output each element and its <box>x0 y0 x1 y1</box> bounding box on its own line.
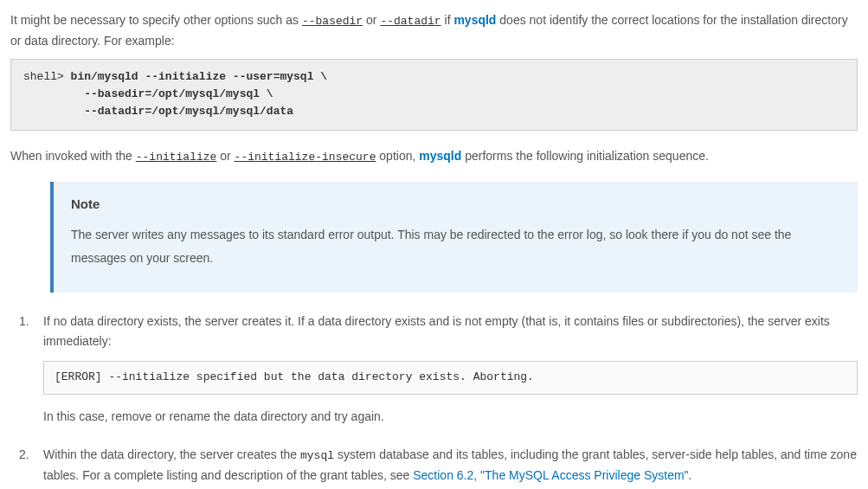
code-block-example: shell> bin/mysqld --initialize --user=my… <box>10 59 858 130</box>
step-text: In this case, remove or rename the data … <box>43 407 858 428</box>
option-initialize-insecure-link[interactable]: --initialize-insecure <box>235 151 376 164</box>
text: performs the following initialization se… <box>461 149 709 163</box>
intro-text: if <box>441 13 454 27</box>
shell-prompt: shell> <box>23 70 71 83</box>
error-code-block: [ERROR] --initialize specified but the d… <box>43 361 858 395</box>
code-line: --datadir=/opt/mysql/mysql/data <box>23 105 293 118</box>
code-line: bin/mysqld --initialize --user=mysql \ <box>71 70 327 83</box>
text: When invoked with the <box>10 149 136 163</box>
intro-paragraph: It might be necessary to specify other o… <box>10 10 858 50</box>
step-text: If no data directory exists, the server … <box>43 312 858 353</box>
step-text: Within the data directory, the server cr… <box>43 445 858 486</box>
option-initialize-link[interactable]: --initialize <box>136 151 217 164</box>
note-box: Note The server writes any messages to i… <box>50 182 858 292</box>
note-title: Note <box>71 194 840 215</box>
option-basedir-link[interactable]: --basedir <box>302 15 363 28</box>
initialization-steps: 1. If no data directory exists, the serv… <box>10 312 858 489</box>
after-code-paragraph: When invoked with the --initialize or --… <box>10 146 858 167</box>
text: or <box>216 149 234 163</box>
mysqld-link[interactable]: mysqld <box>453 13 496 27</box>
step-number: 2. <box>19 445 29 464</box>
note-body: The server writes any messages to its st… <box>71 223 840 269</box>
text: option, <box>376 149 419 163</box>
mysql-code: mysql <box>300 449 334 462</box>
text: . <box>689 468 692 482</box>
step-number: 1. <box>19 312 29 331</box>
option-datadir-link[interactable]: --datadir <box>380 15 440 28</box>
code-line: --basedir=/opt/mysql/mysql \ <box>23 87 273 100</box>
mysqld-link[interactable]: mysqld <box>419 149 461 163</box>
section-link[interactable]: Section 6.2, "The MySQL Access Privilege… <box>413 468 688 482</box>
intro-text: or <box>363 13 380 27</box>
intro-text: It might be necessary to specify other o… <box>10 13 302 27</box>
step-2: 2. Within the data directory, the server… <box>19 445 858 486</box>
step-1: 1. If no data directory exists, the serv… <box>19 312 858 428</box>
text: Within the data directory, the server cr… <box>43 447 300 461</box>
